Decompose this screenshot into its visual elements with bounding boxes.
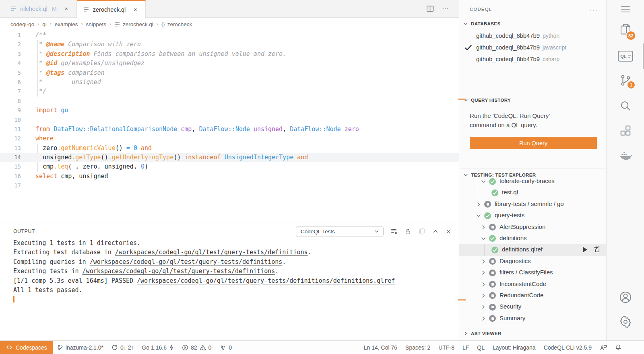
status-indentation[interactable]: Spaces: 2 bbox=[401, 341, 434, 354]
test-item-library-tests-semmle-go[interactable]: library-tests / semmle / go bbox=[459, 199, 606, 210]
breadcrumb-label: zerocheck.ql bbox=[123, 21, 153, 27]
file-path-link[interactable]: /workspaces/codeql-go/ql/test/query-test… bbox=[115, 249, 308, 256]
more-actions-icon[interactable]: ⋯ bbox=[442, 5, 449, 12]
tab-list: nilcheck.qlM×zerocheck.ql× bbox=[4, 0, 146, 17]
close-panel-icon[interactable] bbox=[446, 228, 452, 235]
file-path-link[interactable]: /workspaces/codeql-go/ql/test/query-test… bbox=[83, 268, 275, 275]
database-list: github_codeql_8bb47b9pythongithub_codeql… bbox=[459, 30, 606, 65]
test-item-filters-classifyfiles[interactable]: filters / ClassifyFiles bbox=[459, 267, 606, 278]
output-line: Executing tests in /workspaces/codeql-go… bbox=[13, 267, 459, 276]
code-text: zero.getNumericValue() = 0 and bbox=[21, 144, 152, 153]
breadcrumb-item-codeql-go[interactable]: codeql-go bbox=[10, 21, 34, 27]
test-passed-icon bbox=[491, 247, 498, 253]
file-path-link[interactable]: /workspaces/codeql-go/ql/test/query-test… bbox=[137, 277, 395, 284]
extensions-icon[interactable] bbox=[607, 125, 644, 137]
test-item-label: InconsistentCode bbox=[500, 280, 546, 287]
database-item-csharp[interactable]: github_codeql_8bb47b9csharp bbox=[459, 53, 606, 65]
output-channel-value: CodeQL Tests bbox=[301, 228, 335, 235]
run-query-button[interactable]: Run Query bbox=[470, 137, 597, 149]
section-divider bbox=[459, 169, 606, 169]
test-item-diagnostics[interactable]: Diagnostics bbox=[459, 256, 606, 267]
account-icon[interactable] bbox=[607, 290, 644, 304]
docker-icon[interactable] bbox=[607, 150, 644, 162]
section-header-databases[interactable]: DATABASES bbox=[459, 19, 606, 29]
database-name: github_codeql_8bb47b9 bbox=[476, 56, 540, 62]
code-text: where bbox=[21, 134, 54, 143]
status-language-mode[interactable]: QL bbox=[473, 341, 489, 354]
maximize-panel-icon[interactable] bbox=[432, 228, 439, 235]
search-icon[interactable] bbox=[607, 100, 644, 112]
close-tab-icon[interactable]: × bbox=[63, 5, 70, 12]
status-notifications[interactable] bbox=[611, 341, 625, 354]
settings-gear-icon[interactable] bbox=[607, 315, 644, 328]
close-tab-icon[interactable]: × bbox=[132, 6, 139, 13]
test-item-definitions.qlref[interactable]: definitions.qlref bbox=[459, 244, 606, 255]
more-actions-icon[interactable]: ··· bbox=[590, 6, 598, 13]
chevron-down-icon bbox=[462, 97, 469, 103]
editor-tab-zerocheck.ql[interactable]: zerocheck.ql× bbox=[77, 0, 146, 18]
status-feedback[interactable] bbox=[596, 341, 611, 354]
file-path-link[interactable]: /workspaces/codeql-go/ql/test/query-test… bbox=[90, 258, 283, 266]
code-line: 7 */ bbox=[0, 87, 459, 96]
breadcrumb-item-snippets[interactable]: snippets bbox=[86, 21, 106, 27]
code-editor[interactable]: 1/**2 * @name Comparison with zero3 * @d… bbox=[0, 31, 459, 224]
status-git-sync[interactable]: 0↓ 2↑ bbox=[107, 341, 138, 354]
section-header-query-history[interactable]: QUERY HISTORY bbox=[459, 95, 606, 105]
test-item-tolerate-curly-braces[interactable]: tolerate-curly-braces bbox=[459, 176, 606, 187]
status-text: inazuma-2.1.0* bbox=[66, 344, 103, 351]
code-line: 11from DataFlow::RelationalComparisonNod… bbox=[0, 125, 459, 134]
test-item-test.ql[interactable]: test.ql bbox=[459, 187, 606, 198]
code-text: cmp.leq(_, zero, unsigned, 0) bbox=[21, 162, 148, 171]
codeql-icon[interactable]: QL bbox=[607, 51, 644, 62]
test-item-redundantcode[interactable]: RedundantCode bbox=[459, 290, 606, 301]
lock-icon[interactable] bbox=[405, 228, 411, 235]
breadcrumb-item-ql[interactable]: ql bbox=[42, 21, 47, 27]
status-go-version[interactable]: Go 1.16.6 bbox=[138, 341, 178, 354]
test-item-label: test.ql bbox=[502, 189, 518, 196]
editor-tab-nilcheck.ql[interactable]: nilcheck.qlM× bbox=[4, 0, 77, 17]
status-text: 82 bbox=[191, 344, 197, 351]
tab-label: nilcheck.ql bbox=[20, 6, 47, 12]
menu-icon[interactable] bbox=[607, 5, 644, 14]
explorer-icon[interactable] bbox=[607, 23, 644, 36]
code-text bbox=[21, 115, 35, 125]
breadcrumb-item-examples[interactable]: examples bbox=[55, 21, 78, 27]
status-git-branch[interactable]: inazuma-2.1.0* bbox=[53, 341, 107, 354]
clear-output-icon[interactable] bbox=[390, 228, 398, 235]
source-control-icon[interactable] bbox=[607, 74, 644, 87]
status-encoding[interactable]: UTF-8 bbox=[434, 341, 458, 354]
chevron-down-icon bbox=[374, 228, 380, 234]
status-codespaces[interactable]: Codespaces bbox=[0, 341, 53, 354]
test-item-alertsuppression[interactable]: AlertSuppression bbox=[459, 222, 606, 233]
line-number: 12 bbox=[0, 134, 21, 143]
test-not-run-icon bbox=[489, 281, 496, 288]
goto-test-icon[interactable] bbox=[594, 246, 601, 253]
breadcrumb-item-zerocheck.ql[interactable]: zerocheck.ql bbox=[114, 21, 153, 27]
test-item-summary[interactable]: Summary bbox=[459, 313, 606, 324]
database-item-javascript[interactable]: github_codeql_8bb47b9javascript bbox=[459, 41, 606, 53]
section-header-ast-viewer[interactable]: AST VIEWER bbox=[459, 328, 606, 339]
chevron-right-icon bbox=[475, 201, 482, 208]
chevron-right-icon bbox=[480, 315, 487, 322]
line-number: 11 bbox=[0, 125, 21, 134]
status-text: Codespaces bbox=[16, 344, 47, 351]
run-test-icon[interactable] bbox=[582, 246, 588, 253]
database-item-python[interactable]: github_codeql_8bb47b9python bbox=[459, 30, 606, 41]
status-ports[interactable]: 0 bbox=[215, 341, 236, 354]
breadcrumb-item-zerocheck[interactable]: {}zerocheck bbox=[161, 21, 192, 27]
status-problems[interactable]: 820 bbox=[178, 341, 215, 354]
status-cursor-position[interactable]: Ln 14, Col 76 bbox=[360, 341, 401, 354]
test-item-query-tests[interactable]: query-tests bbox=[459, 210, 606, 221]
output-text: . bbox=[308, 249, 312, 256]
output-channel-select[interactable]: CodeQL Tests bbox=[296, 226, 384, 237]
status-codeql-cli-version[interactable]: CodeQL CLI v2.5.9 bbox=[540, 341, 596, 354]
split-editor-icon[interactable] bbox=[426, 5, 434, 12]
test-item-inconsistentcode[interactable]: InconsistentCode bbox=[459, 279, 606, 290]
status-keyboard-layout[interactable]: Layout: Hiragana bbox=[489, 341, 540, 354]
status-eol[interactable]: LF bbox=[458, 341, 473, 354]
chevron-right-icon bbox=[480, 281, 487, 288]
code-text: * unsigned bbox=[21, 78, 101, 87]
output-text: Compiling queries in bbox=[13, 258, 90, 266]
test-item-definitions[interactable]: definitions bbox=[459, 233, 606, 244]
test-item-security[interactable]: Security bbox=[459, 301, 606, 313]
